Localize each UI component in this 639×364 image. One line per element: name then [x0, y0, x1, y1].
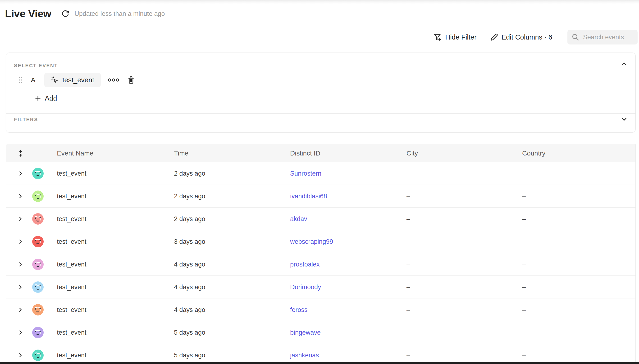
event-name-label: test_event: [62, 76, 94, 84]
table-row: test_event 2 days ago akdav – –: [6, 208, 635, 230]
distinct-id-link[interactable]: akdav: [290, 208, 307, 230]
city-cell: –: [406, 276, 410, 298]
time-cell: 5 days ago: [174, 321, 205, 344]
time-cell: 2 days ago: [174, 208, 205, 230]
edit-columns-button[interactable]: Edit Columns · 6: [490, 33, 552, 41]
edit-columns-label: Edit Columns · 6: [502, 33, 552, 41]
user-avatar[interactable]: [32, 350, 44, 361]
distinct-id-link[interactable]: webscraping99: [290, 230, 333, 253]
page-title: Live View: [5, 8, 51, 20]
city-cell: –: [406, 185, 410, 208]
section-divider: [6, 113, 635, 114]
time-cell: 3 days ago: [174, 230, 205, 253]
table-row: test_event 4 days ago feross – –: [6, 298, 635, 321]
expand-row-button[interactable]: [16, 344, 25, 364]
refresh-button[interactable]: [61, 9, 70, 18]
country-cell: –: [522, 230, 526, 253]
city-cell: –: [406, 162, 410, 185]
event-name-cell: test_event: [57, 321, 87, 344]
event-name-cell: test_event: [57, 230, 87, 253]
chevron-right-icon: [18, 239, 23, 244]
updated-status: Updated less than a minute ago: [74, 10, 165, 18]
chevron-up-icon: [621, 61, 627, 68]
country-cell: –: [522, 162, 526, 185]
time-cell: 5 days ago: [174, 344, 205, 364]
event-name-cell: test_event: [57, 208, 87, 230]
page-header: Live View Updated less than a minute ago: [5, 6, 165, 21]
add-event-button[interactable]: Add: [35, 92, 57, 104]
distinct-id-link[interactable]: jashkenas: [290, 344, 319, 364]
event-more-options-button[interactable]: [108, 77, 119, 83]
expand-row-button[interactable]: [16, 208, 25, 230]
column-header-time[interactable]: Time: [174, 144, 188, 162]
plus-icon: [35, 95, 41, 102]
chevron-right-icon: [18, 193, 23, 199]
live-view-page: Live View Updated less than a minute ago…: [0, 0, 639, 364]
city-cell: –: [406, 321, 410, 344]
city-cell: –: [406, 208, 410, 230]
user-avatar[interactable]: [32, 327, 44, 338]
chevron-right-icon: [18, 216, 23, 222]
select-event-label: SELECT EVENT: [14, 63, 58, 68]
country-cell: –: [522, 185, 526, 208]
distinct-id-link[interactable]: prostoalex: [290, 253, 320, 276]
event-name-cell: test_event: [57, 185, 87, 208]
city-cell: –: [406, 253, 410, 276]
user-avatar[interactable]: [32, 168, 44, 179]
query-builder-card: SELECT EVENT A test_event: [6, 52, 636, 132]
user-avatar[interactable]: [32, 236, 44, 247]
expand-filters-button[interactable]: [620, 115, 628, 123]
city-cell: –: [406, 230, 410, 253]
search-icon: [572, 33, 579, 41]
expand-row-button[interactable]: [16, 185, 25, 208]
distinct-id-link[interactable]: bingewave: [290, 321, 321, 344]
column-header-city[interactable]: City: [406, 144, 418, 162]
country-cell: –: [522, 321, 526, 344]
hide-filter-button[interactable]: Hide Filter: [434, 33, 476, 41]
expand-row-button[interactable]: [16, 162, 25, 185]
column-header-country[interactable]: Country: [522, 144, 545, 162]
country-cell: –: [522, 276, 526, 298]
toolbar: Hide Filter Edit Columns · 6: [434, 29, 637, 45]
collapse-select-event-button[interactable]: [620, 60, 628, 68]
expand-row-button[interactable]: [16, 253, 25, 276]
filter-plus-icon: [434, 33, 442, 41]
table-row: test_event 4 days ago prostoalex – –: [6, 253, 635, 276]
search-box[interactable]: [567, 30, 637, 44]
distinct-id-link[interactable]: Dorimoody: [290, 276, 321, 298]
table-header-row: Event Name Time Distinct ID City Country: [6, 144, 635, 162]
user-avatar[interactable]: [32, 190, 44, 202]
event-selector-button[interactable]: test_event: [44, 73, 101, 87]
event-series-letter: A: [31, 76, 35, 84]
user-avatar[interactable]: [32, 304, 44, 316]
distinct-id-link[interactable]: Sunrostern: [290, 162, 321, 185]
grip-dots-icon: [19, 77, 23, 83]
expand-row-button[interactable]: [16, 298, 25, 321]
collapse-rows-button[interactable]: [15, 144, 26, 162]
country-cell: –: [522, 208, 526, 230]
user-avatar[interactable]: [32, 213, 44, 224]
table-row: test_event 2 days ago ivandiblasi68 – –: [6, 185, 635, 208]
table-row: test_event 3 days ago webscraping99 – –: [6, 230, 635, 253]
event-name-cell: test_event: [57, 253, 87, 276]
event-name-cell: test_event: [57, 276, 87, 298]
expand-row-button[interactable]: [16, 230, 25, 253]
delete-event-button[interactable]: [127, 76, 135, 84]
distinct-id-link[interactable]: ivandiblasi68: [290, 185, 327, 208]
distinct-id-link[interactable]: feross: [290, 298, 308, 321]
event-name-cell: test_event: [57, 298, 87, 321]
user-avatar[interactable]: [32, 259, 44, 270]
column-header-distinct-id[interactable]: Distinct ID: [290, 144, 320, 162]
user-avatar[interactable]: [32, 282, 44, 293]
city-cell: –: [406, 344, 410, 364]
table-row: test_event 4 days ago Dorimoody – –: [6, 276, 635, 298]
chevron-right-icon: [18, 171, 23, 176]
expand-row-button[interactable]: [16, 321, 25, 344]
drag-handle[interactable]: [19, 76, 23, 84]
expand-row-button[interactable]: [16, 276, 25, 298]
column-header-event-name[interactable]: Event Name: [57, 144, 93, 162]
search-input[interactable]: [583, 34, 630, 41]
hide-filter-label: Hide Filter: [445, 33, 476, 41]
time-cell: 4 days ago: [174, 276, 205, 298]
country-cell: –: [522, 344, 526, 364]
